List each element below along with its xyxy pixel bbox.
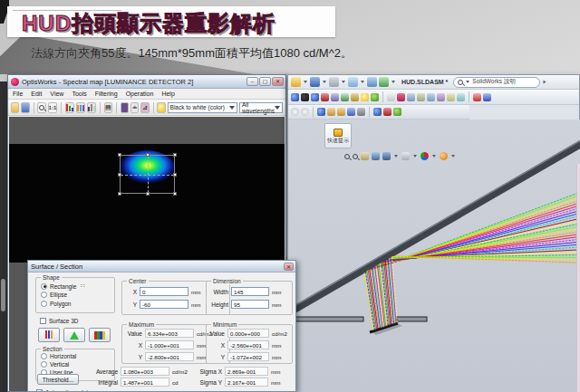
close-icon[interactable]: ✕ (284, 263, 294, 271)
resize-handle[interactable] (118, 153, 121, 157)
color-triangle-icon[interactable] (65, 102, 74, 113)
zoom-fit-icon[interactable] (344, 154, 350, 159)
eraser-icon[interactable] (337, 108, 345, 116)
center-y-input[interactable]: -60 (140, 300, 188, 309)
exploded-view-icon[interactable] (457, 93, 465, 101)
optis-mesh-icon[interactable] (341, 93, 349, 101)
solidworks-graphics-area[interactable]: 快速提示 (288, 120, 580, 392)
print-icon[interactable] (329, 77, 339, 87)
component-icon[interactable] (407, 93, 415, 101)
scrollbar-thumb[interactable] (1, 279, 5, 311)
color-grid-button[interactable] (89, 328, 111, 342)
spectral-map-canvas[interactable] (9, 144, 285, 263)
grid-icon[interactable] (347, 108, 355, 116)
menu-filtering[interactable]: Filtering (95, 91, 118, 97)
optis-tool-icon[interactable] (291, 93, 299, 101)
minimize-icon[interactable]: – (246, 77, 258, 86)
color-scale-icon[interactable] (87, 102, 96, 113)
radio-polygon[interactable] (41, 301, 47, 307)
menu-file[interactable]: File (13, 91, 23, 97)
close-icon[interactable]: ✕ (272, 77, 284, 86)
measure-icon[interactable] (483, 93, 491, 101)
view-orientation-ball-icon[interactable] (420, 152, 429, 160)
lightbulb-icon[interactable] (361, 93, 369, 101)
smart-fastener-icon[interactable] (427, 93, 435, 101)
save-icon[interactable] (21, 102, 29, 113)
section-view-icon[interactable] (372, 152, 380, 160)
menu-help[interactable]: Help (161, 91, 174, 97)
table-icon[interactable] (357, 108, 365, 116)
render-icon[interactable] (371, 93, 379, 101)
undo-icon[interactable] (348, 77, 358, 87)
optis-detector-icon[interactable] (301, 93, 309, 101)
resize-handle[interactable] (118, 192, 121, 196)
optisworks-titlebar[interactable]: OptisWorks - Spectral map [LUMINANCE DET… (8, 75, 285, 89)
color-map-icon[interactable] (76, 102, 85, 113)
filter-gamma-icon[interactable]: ⊿ (140, 102, 149, 113)
dimension-width-input[interactable]: 145 (231, 287, 269, 296)
radio-ellipse[interactable] (41, 292, 47, 298)
rebuild-icon[interactable] (379, 77, 389, 87)
relations-icon[interactable] (383, 108, 392, 116)
surface-3d-checkbox[interactable] (40, 318, 46, 324)
optis-map-icon[interactable] (331, 93, 339, 101)
menu-view[interactable]: View (50, 91, 63, 97)
open-icon[interactable] (291, 77, 301, 87)
resize-handle[interactable] (118, 173, 121, 177)
dimension-icon[interactable] (373, 108, 382, 116)
pencil-icon[interactable] (327, 108, 335, 116)
radio-horizontal[interactable] (41, 353, 47, 359)
pattern-icon[interactable] (417, 93, 425, 101)
interference-icon[interactable] (473, 93, 481, 101)
wavelength-select[interactable]: All wavelengths (239, 102, 283, 113)
view-orientation-icon[interactable] (291, 108, 299, 116)
filter-dark-icon[interactable] (121, 102, 129, 113)
resize-handle[interactable] (173, 192, 177, 196)
center-x-input[interactable]: 0 (140, 287, 188, 296)
rgb-bars-button[interactable] (38, 328, 60, 342)
menu-edit[interactable]: Edit (31, 91, 42, 97)
menu-tools[interactable]: Tools (72, 91, 86, 97)
save-icon[interactable] (310, 77, 320, 87)
resize-handle[interactable] (173, 173, 177, 177)
clipboard-icon[interactable]: ▤ (104, 102, 112, 113)
select-icon[interactable] (367, 77, 377, 87)
measurement-rectangle[interactable] (120, 155, 175, 194)
dimension-height-input[interactable]: 95 (231, 300, 269, 309)
show-hide-icon[interactable] (447, 93, 455, 101)
open-icon[interactable] (11, 102, 19, 113)
search-input[interactable]: SolidWorks 說明 (453, 77, 540, 88)
move-shape-icon[interactable]: ∷ (81, 282, 84, 290)
optis-simulation-icon[interactable] (321, 93, 329, 101)
resize-handle[interactable] (146, 192, 150, 196)
optis-source-icon[interactable] (311, 93, 319, 101)
maximize-icon[interactable]: ▢ (259, 77, 271, 86)
zoom-1-1-icon[interactable]: 1:1 (48, 102, 58, 113)
slide-left-scrollbar[interactable] (0, 81, 7, 392)
zoom-icon[interactable] (37, 102, 45, 113)
move-component-icon[interactable] (437, 93, 445, 101)
display-style-icon[interactable] (401, 152, 410, 160)
assembly-tool-icon[interactable] (387, 93, 395, 101)
threshold-button[interactable]: Threshold... (37, 374, 79, 385)
mate-icon[interactable] (397, 93, 405, 101)
quick-tips-button[interactable]: 快速提示 (324, 123, 352, 148)
filter-level-icon[interactable]: ≐ (130, 102, 139, 113)
resize-handle[interactable] (173, 153, 177, 157)
optis-material-icon[interactable] (351, 93, 359, 101)
radio-rectangle[interactable] (41, 283, 47, 290)
cie-triangle-button[interactable] (63, 328, 85, 342)
previous-view-icon[interactable] (301, 108, 309, 116)
dialog-titlebar[interactable]: Surface / Section ✕ (28, 261, 295, 272)
sketch-icon[interactable] (317, 108, 325, 116)
resize-handle[interactable] (146, 153, 150, 157)
radio-vertical[interactable] (41, 361, 47, 368)
menu-operation[interactable]: Operation (126, 91, 154, 97)
palette-mode-select[interactable]: Black to white (color) (168, 102, 237, 113)
toolbar-overflow-icon[interactable] (544, 81, 546, 84)
magic-wand-icon[interactable] (361, 152, 369, 160)
lightbulb-icon[interactable] (157, 102, 165, 113)
appearance-sphere-icon[interactable] (440, 152, 448, 160)
zoom-area-icon[interactable] (353, 154, 358, 159)
view-cube-icon[interactable] (382, 152, 391, 160)
